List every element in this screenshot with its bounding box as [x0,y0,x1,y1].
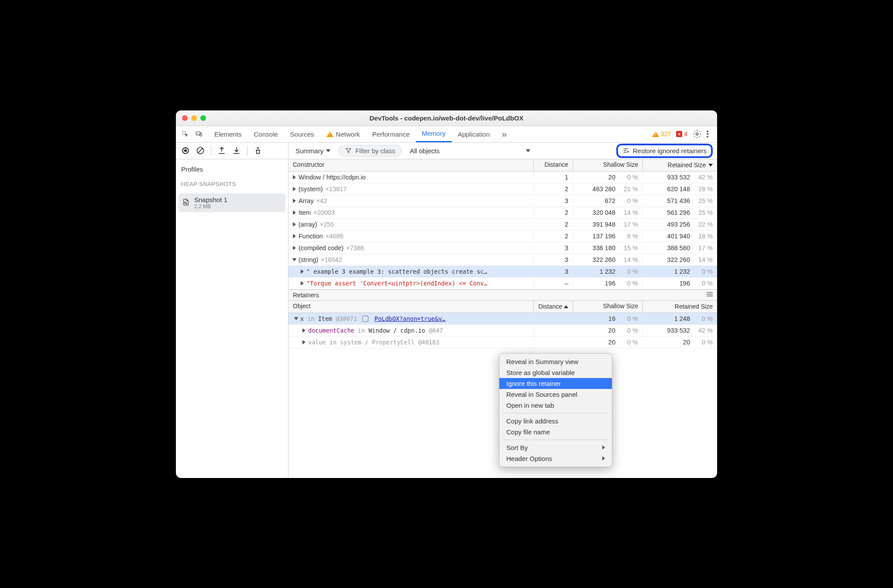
table-row[interactable]: Function×46892137 1966 %401 94018 % [289,230,717,242]
disclosure-icon[interactable] [293,210,296,215]
warnings-count[interactable]: 327 [652,131,671,138]
retainers-section: Retainers [289,289,717,301]
disclosure-icon[interactable] [293,175,296,179]
warning-icon [652,131,659,137]
context-menu-item[interactable]: Reveal in Summary view [499,356,612,367]
chevron-down-icon [326,149,330,152]
tab-sources[interactable]: Sources [284,126,320,142]
filter-input[interactable]: Filter by class [338,145,402,157]
table-row[interactable]: Item×200032320 04814 %561 29625 % [289,207,717,219]
constructor-table-header: Constructor Distance Shallow Size Retain… [289,159,717,172]
tab-console[interactable]: Console [248,126,284,142]
memory-toolbar: Summary Filter by class All objects Rest… [176,143,717,159]
menu-icon[interactable] [707,292,713,296]
table-row[interactable]: Window / https://cdpn.io1200 %933 53242 … [289,172,717,183]
download-icon[interactable] [232,146,241,155]
col-retained[interactable]: Retained Size [643,159,717,171]
objects-filter-dropdown[interactable]: All objects [407,145,442,156]
more-icon[interactable] [707,131,709,138]
close-icon[interactable] [182,115,188,121]
table-row[interactable]: (compiled code)×73863336 18015 %388 5801… [289,242,717,254]
chevron-right-icon [602,445,605,450]
col-shallow[interactable]: Shallow Size [573,301,643,313]
context-menu-item[interactable]: Store as global variable [499,367,612,378]
tab-application[interactable]: Application [452,126,496,142]
disclosure-icon[interactable] [293,222,296,227]
snapshot-item[interactable]: Snapshot 1 2.2 MB [179,193,285,212]
disclosure-icon[interactable] [294,317,299,320]
tab-performance[interactable]: Performance [366,126,416,142]
col-constructor[interactable]: Constructor [289,159,534,171]
sidebar: Profiles HEAP SNAPSHOTS Snapshot 1 2.2 M… [176,159,289,478]
window-title: DevTools - codepen.io/web-dot-dev/live/P… [213,114,680,122]
table-row[interactable]: (string)×165423322 26014 %322 26014 % [289,254,717,266]
filter-icon [345,147,352,154]
sort-desc-icon [708,164,713,167]
table-row[interactable]: " example 3 example 3: scattered objects… [289,266,717,278]
table-row[interactable]: x in Item @38071PoLdbOX?anon=true&v…160 … [289,313,717,325]
context-menu-item[interactable]: Sort By [499,442,612,453]
disclosure-icon[interactable] [301,269,304,274]
svg-rect-1 [196,132,200,135]
error-icon: × [676,131,682,137]
disclosure-icon[interactable] [293,246,296,250]
table-row[interactable]: value in system / PropertyCell @40163200… [289,337,717,348]
devtools-window: DevTools - codepen.io/web-dot-dev/live/P… [176,110,717,478]
tab-network[interactable]: Network [320,126,366,142]
inspect-icon[interactable] [180,129,190,139]
svg-rect-8 [257,150,260,154]
table-row[interactable]: Array×4236720 %571 43625 % [289,195,717,207]
minimize-icon[interactable] [191,115,197,121]
zoom-icon[interactable] [200,115,206,121]
settings-icon[interactable] [693,130,701,138]
disclosure-icon[interactable] [292,258,297,261]
record-icon[interactable] [181,146,190,155]
errors-count[interactable]: ×4 [676,131,687,138]
context-menu-item[interactable]: Ignore this retainer [499,378,612,389]
tab-elements[interactable]: Elements [208,126,248,142]
context-menu-item[interactable]: Copy link address [499,416,612,426]
col-object[interactable]: Object [289,301,534,313]
context-menu-item[interactable]: Header Options [499,453,612,464]
disclosure-icon[interactable] [293,187,296,191]
device-icon[interactable] [194,129,204,139]
upload-icon[interactable] [217,146,226,155]
table-row[interactable]: "Torque assert 'Convert<uintptr>(endInde… [289,278,717,289]
warning-icon [326,131,333,137]
context-menu-item[interactable]: Open in new tab [499,400,612,411]
tab-memory[interactable]: Memory [416,126,452,142]
chevron-down-icon [526,149,530,152]
svg-line-7 [198,148,203,153]
sort-asc-icon [564,305,568,308]
col-distance[interactable]: Distance [534,159,573,171]
col-shallow[interactable]: Shallow Size [573,159,643,171]
context-menu-item[interactable]: Reveal in Sources panel [499,389,612,400]
heap-snapshots-section: HEAP SNAPSHOTS [176,178,288,190]
view-dropdown[interactable]: Summary [293,145,333,156]
disclosure-icon[interactable] [302,340,306,344]
collect-garbage-icon[interactable] [254,146,262,155]
svg-point-15 [186,203,187,204]
clear-icon[interactable] [196,146,205,155]
col-retained[interactable]: Retained Size [643,301,717,313]
col-distance[interactable]: Distance [534,301,573,313]
disclosure-icon[interactable] [293,199,296,203]
table-row[interactable]: (system)×138172463 28021 %620 14828 % [289,183,717,195]
disclosure-icon[interactable] [301,281,304,285]
restore-icon [622,147,629,154]
table-row[interactable]: documentCache in Window / cdpn.io @64720… [289,325,717,337]
snapshot-size: 2.2 MB [194,203,227,210]
snapshot-name: Snapshot 1 [194,196,227,203]
context-menu-item[interactable]: Copy file name [499,426,612,437]
snapshot-icon [182,198,190,207]
disclosure-icon[interactable] [293,234,296,238]
table-row[interactable]: (array)×2552391 94817 %493 25622 % [289,219,717,230]
restore-ignored-retainers-button[interactable]: Restore ignored retainers [616,144,713,158]
source-link[interactable]: PoLdbOX?anon=true&v… [374,315,446,322]
filter-placeholder: Filter by class [355,147,395,155]
disclosure-icon[interactable] [302,328,306,333]
tabs-overflow[interactable]: » [496,126,513,142]
titlebar: DevTools - codepen.io/web-dot-dev/live/P… [176,110,717,126]
svg-rect-2 [200,133,202,136]
profiles-title: Profiles [176,164,288,175]
